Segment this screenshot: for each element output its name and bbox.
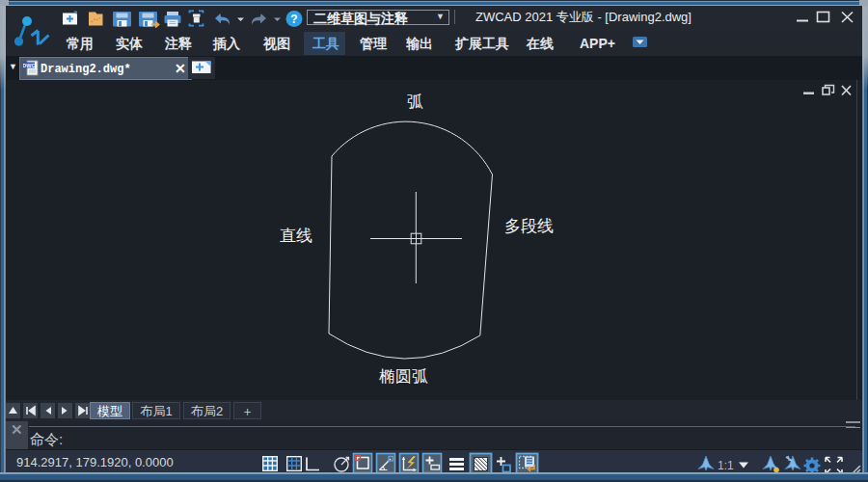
- svg-text:1:1: 1:1: [718, 459, 734, 472]
- svg-text:多段线: 多段线: [504, 217, 554, 235]
- svg-text:直线: 直线: [280, 227, 312, 245]
- svg-text:?: ?: [290, 13, 297, 26]
- svg-text:弧: 弧: [407, 93, 423, 111]
- svg-text:DWG: DWG: [23, 63, 36, 68]
- svg-text:椭圆弧: 椭圆弧: [379, 367, 428, 386]
